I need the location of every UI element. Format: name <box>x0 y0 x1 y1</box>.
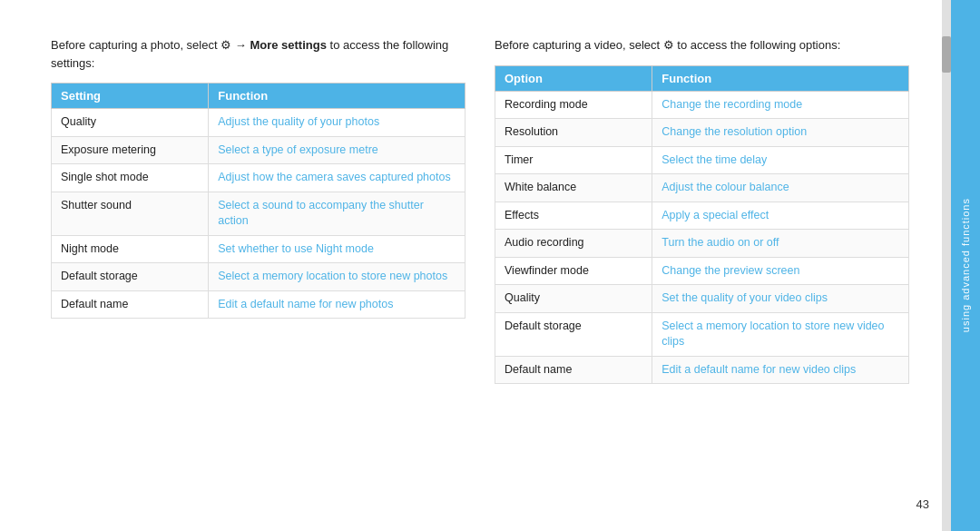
video-settings-table: Option Function Recording mode Change th… <box>495 65 909 385</box>
setting-function: Adjust the quality of your photos <box>209 109 466 137</box>
option-function: Change the recording mode <box>652 91 909 119</box>
table-row: Audio recording Turn the audio on or off <box>495 230 909 258</box>
video-intro: Before capturing a video, select ⚙ to ac… <box>495 36 909 54</box>
setting-function: Select a sound to accompany the shutter … <box>209 192 466 235</box>
option-name: Viewfinder mode <box>495 257 652 285</box>
option-name: White balance <box>495 174 652 202</box>
option-function: Select the time delay <box>652 146 909 174</box>
photo-settings-table: Setting Function Quality Adjust the qual… <box>51 83 466 319</box>
option-function: Adjust the colour balance <box>652 174 909 202</box>
scrollbar[interactable] <box>942 0 951 531</box>
table-row: Single shot mode Adjust how the camera s… <box>52 164 466 192</box>
photo-section: Before capturing a photo, select ⚙ → Mor… <box>51 36 466 498</box>
setting-name: Exposure metering <box>52 136 209 164</box>
side-tab: using advanced functions <box>951 0 980 531</box>
scrollbar-thumb[interactable] <box>942 36 951 73</box>
table-row: Resolution Change the resolution option <box>495 119 909 147</box>
table-row: Default name Edit a default name for new… <box>52 290 466 319</box>
option-function: Change the preview screen <box>652 257 909 285</box>
setting-function: Select a memory location to store new ph… <box>209 263 466 291</box>
table-row: Shutter sound Select a sound to accompan… <box>52 192 466 235</box>
option-name: Default name <box>495 356 652 384</box>
video-col1-header: Option <box>495 65 652 91</box>
option-function: Apply a special effect <box>652 202 909 230</box>
table-row: Recording mode Change the recording mode <box>495 91 909 119</box>
option-name: Recording mode <box>495 91 652 119</box>
setting-name: Shutter sound <box>52 192 209 235</box>
photo-intro: Before capturing a photo, select ⚙ → Mor… <box>51 36 466 72</box>
table-row: Default storage Select a memory location… <box>495 312 909 356</box>
option-function: Turn the audio on or off <box>652 230 909 258</box>
photo-col2-header: Function <box>209 84 466 109</box>
option-function: Set the quality of your video clips <box>652 285 909 313</box>
table-row: Exposure metering Select a type of expos… <box>52 136 466 164</box>
page-number: 43 <box>916 497 929 511</box>
table-row: Default storage Select a memory location… <box>52 263 466 291</box>
option-name: Quality <box>495 285 652 313</box>
option-function: Change the resolution option <box>652 119 909 147</box>
setting-name: Single shot mode <box>52 164 209 192</box>
video-section: Before capturing a video, select ⚙ to ac… <box>495 36 909 498</box>
table-row: Viewfinder mode Change the preview scree… <box>495 257 909 285</box>
option-name: Default storage <box>495 312 652 356</box>
option-name: Audio recording <box>495 230 652 258</box>
table-row: Night mode Set whether to use Night mode <box>52 235 466 263</box>
option-name: Timer <box>495 146 652 174</box>
table-row: Quality Set the quality of your video cl… <box>495 285 909 313</box>
setting-name: Default name <box>52 290 209 319</box>
setting-name: Quality <box>52 109 209 137</box>
setting-name: Night mode <box>52 235 209 263</box>
setting-function: Select a type of exposure metre <box>209 136 466 164</box>
table-row: Effects Apply a special effect <box>495 202 909 230</box>
table-row: White balance Adjust the colour balance <box>495 174 909 202</box>
option-name: Resolution <box>495 119 652 147</box>
side-tab-label: using advanced functions <box>960 198 971 332</box>
setting-name: Default storage <box>52 263 209 291</box>
main-content: Before capturing a photo, select ⚙ → Mor… <box>0 0 942 531</box>
table-row: Timer Select the time delay <box>495 146 909 174</box>
option-function: Select a memory location to store new vi… <box>652 312 909 356</box>
video-col2-header: Function <box>652 65 909 91</box>
table-row: Default name Edit a default name for new… <box>495 356 909 384</box>
option-name: Effects <box>495 202 652 230</box>
table-row: Quality Adjust the quality of your photo… <box>52 109 466 137</box>
setting-function: Edit a default name for new photos <box>209 290 466 319</box>
setting-function: Set whether to use Night mode <box>209 235 466 263</box>
option-function: Edit a default name for new video clips <box>652 356 909 384</box>
photo-col1-header: Setting <box>52 84 209 109</box>
two-column-layout: Before capturing a photo, select ⚙ → Mor… <box>51 36 909 498</box>
setting-function: Adjust how the camera saves captured pho… <box>209 164 466 192</box>
